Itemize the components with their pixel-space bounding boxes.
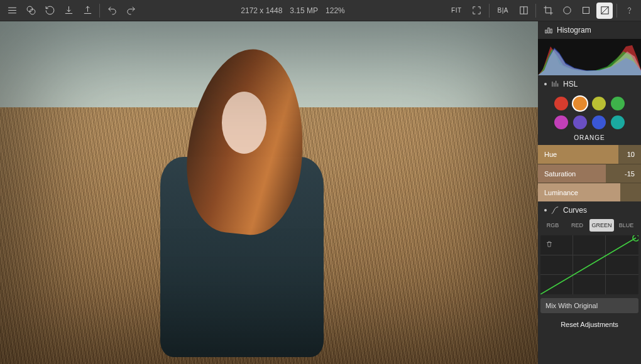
svg-line-10 (540, 238, 636, 294)
curves-editor[interactable] (540, 235, 638, 294)
image-zoom: 122% (326, 6, 345, 15)
svg-rect-8 (548, 28, 549, 33)
layers-icon[interactable] (23, 3, 39, 19)
tab-blue[interactable]: BLUE (614, 219, 638, 232)
saturation-label: Saturation (544, 170, 576, 178)
adjustments-icon[interactable] (596, 3, 613, 19)
toolbar-divider (535, 4, 536, 18)
hsl-title: HSL (563, 80, 578, 88)
canvas[interactable] (0, 21, 538, 364)
svg-point-6 (629, 13, 630, 13)
curves-header[interactable]: Curves (538, 201, 641, 219)
redo-icon[interactable] (123, 3, 139, 19)
swatch-purple[interactable] (573, 115, 587, 129)
swatch-red[interactable] (554, 97, 568, 110)
swatch-aqua[interactable] (611, 115, 625, 129)
download-icon[interactable] (60, 3, 77, 19)
histogram-graph (538, 39, 641, 75)
toolbar-divider (489, 4, 490, 18)
hsl-header[interactable]: HSL (538, 75, 641, 93)
image-megapixels: 3.15 MP (290, 6, 318, 15)
menu-icon[interactable] (4, 3, 20, 19)
image-dimensions: 2172 x 1448 (241, 6, 282, 15)
hue-slider[interactable]: Hue 10 (538, 145, 641, 164)
toolbar-divider (616, 4, 617, 18)
share-icon[interactable] (79, 3, 96, 19)
svg-point-3 (563, 7, 570, 14)
adjustments-sidebar: Histogram HSL ORANGE (538, 21, 641, 364)
split-compare-icon[interactable] (515, 3, 532, 19)
hue-label: Hue (544, 151, 557, 158)
hue-value: 10 (627, 151, 635, 158)
histogram-title: Histogram (557, 26, 591, 35)
fit-button[interactable]: FIT (447, 3, 466, 19)
histogram-header[interactable]: Histogram (538, 21, 641, 39)
hsl-selected-color: ORANGE (538, 134, 641, 145)
mix-with-original-button[interactable]: Mix With Original (540, 298, 638, 313)
swatch-yellow[interactable] (592, 97, 606, 110)
tab-rgb[interactable]: RGB (540, 219, 565, 232)
toolbar-divider (99, 4, 100, 18)
luminance-label: Luminance (544, 189, 578, 196)
luminance-slider[interactable]: Luminance (538, 183, 641, 201)
fullscreen-icon[interactable] (469, 3, 485, 19)
reset-adjustments-button[interactable]: Reset Adjustments (538, 314, 641, 333)
image-info: 2172 x 1448 3.15 MP 122% (141, 6, 444, 15)
help-icon[interactable] (621, 3, 637, 19)
swatch-green[interactable] (611, 97, 625, 110)
circle-tool-icon[interactable] (559, 3, 575, 19)
bullet-icon (544, 209, 547, 211)
curves-channel-tabs: RGB RED GREEN BLUE (538, 219, 641, 232)
svg-rect-7 (545, 30, 547, 33)
before-after-button[interactable]: B|A (493, 3, 513, 19)
tab-red[interactable]: RED (565, 219, 589, 232)
crop-icon[interactable] (540, 3, 556, 19)
tab-green[interactable]: GREEN (589, 219, 614, 232)
curves-title: Curves (563, 206, 587, 215)
bullet-icon (544, 83, 547, 85)
saturation-slider[interactable]: Saturation -15 (538, 164, 641, 183)
hsl-color-swatches (538, 93, 641, 134)
square-tool-icon[interactable] (578, 3, 594, 19)
swatch-magenta[interactable] (554, 115, 568, 129)
history-icon[interactable] (41, 3, 58, 19)
svg-rect-9 (551, 29, 552, 33)
saturation-value: -15 (625, 170, 635, 178)
swatch-blue[interactable] (592, 115, 606, 129)
swatch-orange[interactable] (573, 97, 587, 110)
svg-rect-4 (583, 8, 589, 14)
undo-icon[interactable] (104, 3, 120, 19)
top-toolbar: 2172 x 1448 3.15 MP 122% FIT B|A (0, 0, 641, 21)
photo (0, 21, 538, 364)
